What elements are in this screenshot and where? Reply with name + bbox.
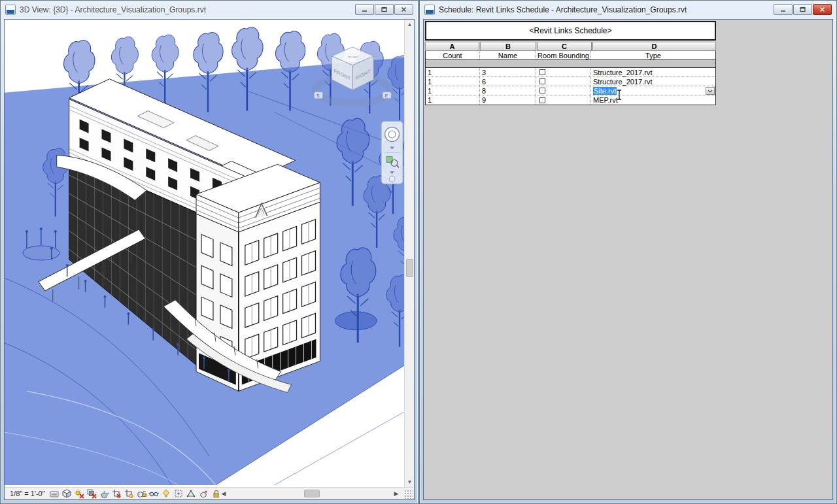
room-bounding-checkbox[interactable]	[539, 97, 545, 103]
table-row: 1 3 Structure_2017.rvt	[426, 68, 715, 77]
header-room-bounding[interactable]: Room Bounding	[536, 51, 591, 59]
vertical-scrollbar[interactable]: ▲ ▼	[404, 20, 414, 487]
detail-level-icon[interactable]	[49, 488, 61, 499]
cell-room-bounding[interactable]	[536, 68, 591, 76]
resize-grip[interactable]	[405, 490, 413, 499]
compass-label-right[interactable]: E	[385, 93, 388, 98]
show-rendering-dialog-icon[interactable]	[99, 488, 111, 499]
room-bounding-checkbox[interactable]	[539, 69, 545, 75]
cell-name[interactable]: 8	[480, 86, 536, 95]
type-dropdown-button[interactable]	[706, 87, 715, 95]
view-control-bar: 1/8" = 1'-0" ◀	[5, 487, 414, 499]
cell-type[interactable]: MEP.rvt	[591, 95, 715, 105]
header-count[interactable]: Count	[426, 51, 480, 59]
schedule-column-letters: A B C D	[425, 42, 716, 51]
titlebar-3d-view[interactable]: 3D View: {3D} - Architecture_Visualizati…	[1, 1, 418, 18]
crop-view-icon[interactable]	[111, 488, 123, 499]
cell-room-bounding[interactable]	[536, 95, 591, 105]
column-letter-b[interactable]: B	[480, 42, 536, 51]
schedule-rows: 1 3 Structure_2017.rvt 1 6 Structure_201…	[425, 67, 716, 105]
cell-type[interactable]: Structure_2017.rvt	[591, 68, 715, 76]
table-row: 1 6 Structure_2017.rvt	[426, 77, 715, 86]
show-crop-region-icon[interactable]	[124, 488, 135, 499]
cell-name[interactable]: 3	[480, 68, 536, 76]
scroll-right-arrow[interactable]: ▶	[392, 489, 401, 498]
scroll-up-arrow[interactable]: ▲	[405, 20, 415, 29]
cell-type-editing[interactable]: Site.rvt	[591, 86, 715, 95]
rvt-file-icon	[424, 5, 435, 15]
horizontal-scroll-thumb[interactable]	[304, 490, 320, 497]
window-schedule: Schedule: Revit Links Schedule - Archite…	[419, 0, 837, 504]
cell-count[interactable]: 1	[426, 95, 480, 105]
schedule-group-band	[425, 60, 716, 67]
scroll-left-arrow[interactable]: ◀	[219, 489, 228, 498]
table-row: 1 9 MEP.rvt	[426, 95, 715, 105]
cell-room-bounding[interactable]	[536, 77, 591, 86]
schedule-table: <Revit Links Schedule> A B C D Count Nam…	[425, 21, 716, 105]
rvt-file-icon	[5, 5, 16, 15]
window-title: 3D View: {3D} - Architecture_Visualizati…	[20, 5, 206, 14]
column-letter-c[interactable]: C	[537, 42, 592, 51]
text-cursor	[616, 90, 623, 100]
schedule-title[interactable]: <Revit Links Schedule>	[425, 21, 716, 41]
compass-label-left[interactable]: S	[316, 93, 320, 98]
scale-label[interactable]: 1/8" = 1'-0"	[5, 490, 49, 497]
header-name[interactable]: Name	[480, 51, 536, 59]
steering-wheel-button[interactable]	[385, 127, 400, 142]
scroll-down-arrow[interactable]: ▼	[405, 477, 415, 487]
room-bounding-checkbox[interactable]	[539, 78, 545, 84]
viewcube-label-top[interactable]: TOP	[347, 56, 358, 59]
temporary-view-properties-icon[interactable]	[173, 488, 185, 499]
cell-room-bounding[interactable]	[536, 86, 591, 95]
minimize-button[interactable]	[774, 4, 793, 15]
sun-path-off-icon[interactable]	[74, 488, 86, 499]
show-analytical-model-icon[interactable]	[186, 488, 197, 499]
cell-name[interactable]: 9	[480, 95, 536, 105]
vertical-scroll-thumb[interactable]	[406, 259, 413, 277]
selected-cell-text[interactable]: Site.rvt	[593, 87, 617, 95]
temporary-hide-isolate-icon[interactable]	[148, 488, 160, 499]
maximize-button[interactable]	[793, 4, 812, 15]
cell-count[interactable]: 1	[426, 77, 480, 86]
minimize-button[interactable]	[355, 4, 374, 15]
pond	[335, 312, 377, 330]
visual-style-icon[interactable]	[61, 488, 73, 499]
window-3d-view: 3D View: {3D} - Architecture_Visualizati…	[0, 0, 418, 504]
column-letter-d[interactable]: D	[592, 42, 716, 51]
cell-name[interactable]: 6	[480, 77, 536, 86]
titlebar-schedule[interactable]: Schedule: Revit Links Schedule - Archite…	[420, 1, 836, 18]
cell-count[interactable]: 1	[426, 68, 480, 76]
cell-count[interactable]: 1	[426, 86, 480, 95]
schedule-headers: Count Name Room Bounding Type	[425, 51, 716, 60]
column-letter-a[interactable]: A	[425, 42, 479, 51]
unlocked-3d-view-icon[interactable]	[136, 488, 148, 499]
cell-type[interactable]: Structure_2017.rvt	[591, 77, 715, 86]
3d-viewport[interactable]: S E TOP FRONT RIGHT	[5, 20, 404, 487]
navbar-more-button[interactable]	[389, 176, 395, 182]
window-title: Schedule: Revit Links Schedule - Archite…	[439, 5, 687, 14]
header-type[interactable]: Type	[591, 51, 715, 59]
close-button[interactable]	[394, 4, 413, 15]
navigation-bar	[381, 122, 403, 184]
reveal-hidden-elements-icon[interactable]	[161, 488, 173, 499]
close-button[interactable]	[813, 4, 832, 15]
maximize-button[interactable]	[375, 4, 394, 15]
room-bounding-checkbox[interactable]	[539, 88, 545, 93]
3d-scene: S E TOP FRONT RIGHT	[5, 20, 404, 487]
table-row-selected: 1 8 Site.rvt	[426, 86, 715, 95]
shadows-off-icon[interactable]	[86, 488, 98, 499]
highlight-displacement-sets-icon[interactable]	[198, 488, 210, 499]
